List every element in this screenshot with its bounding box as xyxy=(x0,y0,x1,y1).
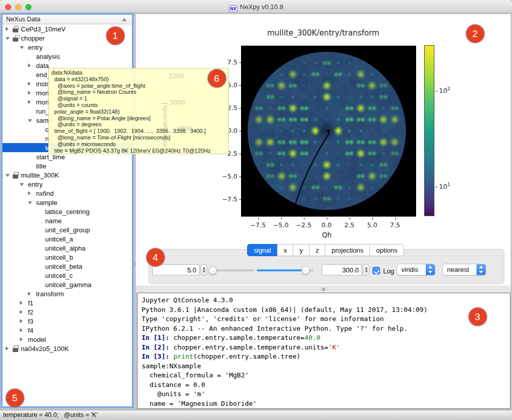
console-line: name = 'Magnesium Diboride' xyxy=(142,399,510,409)
tree-item-f1[interactable]: f1 xyxy=(3,298,132,307)
collapse-arrow-icon[interactable] xyxy=(28,119,32,122)
ghost-plot-label: 2800 xyxy=(177,125,192,132)
expand-arrow-icon[interactable] xyxy=(28,292,31,296)
tab-signal[interactable]: signal xyxy=(247,244,278,256)
tree-item-label: na04v2o5_100K xyxy=(21,345,69,353)
collapse-arrow-icon[interactable] xyxy=(20,46,24,49)
status-text: temperature = 40.0; @units = 'K' xyxy=(3,411,97,418)
tree-item-unitcell_c[interactable]: unitcell_c xyxy=(3,271,132,280)
horizontal-splitter[interactable] xyxy=(136,286,510,293)
y-tick xyxy=(239,154,241,154)
tooltip-line: title = MgB2 PDOS 43.37g 8K 120meV E0@24… xyxy=(51,148,228,154)
nexpy-app-icon: NX xyxy=(229,5,237,12)
annotation-circle-6: 6 xyxy=(208,69,226,87)
tree-item-f4[interactable]: f4 xyxy=(3,326,132,335)
x-tick-label: −7.5 xyxy=(247,221,269,229)
tab-z[interactable]: z xyxy=(309,244,326,256)
tooltip-line: @long_name = Neutron Counts xyxy=(51,89,228,95)
expand-arrow-icon[interactable] xyxy=(6,27,9,31)
plot-tab-bar: signalxyzprojectionsoptions xyxy=(247,244,404,256)
tree-item-nxfind[interactable]: nxfind xyxy=(3,189,132,198)
expand-arrow-icon[interactable] xyxy=(20,337,23,341)
tree-item-entry[interactable]: entry xyxy=(3,180,132,189)
tab-x[interactable]: x xyxy=(277,244,294,256)
ghost-plot-label: 3200 xyxy=(168,73,184,80)
expand-arrow-icon[interactable] xyxy=(6,346,9,351)
y-tick xyxy=(239,199,241,200)
console-line: @units = 'm' xyxy=(142,390,510,399)
expand-arrow-icon[interactable] xyxy=(28,191,31,195)
collapse-arrow-icon[interactable] xyxy=(6,174,10,177)
tree-item-na04v2o5_100K[interactable]: na04v2o5_100K xyxy=(3,344,132,353)
tree-item-label: unitcell_a xyxy=(45,235,73,243)
expand-arrow-icon[interactable] xyxy=(28,91,31,95)
jupyter-qtconsole[interactable]: Jupyter QtConsole 4.3.0Python 3.6.1 |Ana… xyxy=(137,293,510,409)
titlebar: NXNeXpy v0.10.8 xyxy=(0,0,512,13)
window-title-area: NXNeXpy v0.10.8 xyxy=(0,0,512,13)
tree-item-model[interactable]: model xyxy=(3,335,132,344)
collapse-arrow-icon[interactable] xyxy=(6,37,10,40)
collapse-arrow-icon[interactable] xyxy=(20,183,24,186)
log-checkbox[interactable] xyxy=(372,267,380,274)
max-slider-fill xyxy=(257,269,303,271)
expand-arrow-icon[interactable] xyxy=(28,63,31,67)
tree-header[interactable]: NeXus Data xyxy=(3,15,132,24)
sort-ascending-icon[interactable] xyxy=(122,18,127,21)
min-value-field[interactable] xyxy=(152,264,199,275)
tree-item-unit_cell_group[interactable]: unit_cell_group xyxy=(3,225,132,234)
tree-item-sample[interactable]: sample xyxy=(3,198,132,207)
expand-arrow-icon[interactable] xyxy=(28,100,31,104)
interpolation-dropdown[interactable]: nearest xyxy=(442,264,486,275)
tree-item-unitcell_gamma[interactable]: unitcell_gamma xyxy=(3,280,132,289)
expand-arrow-icon[interactable] xyxy=(20,328,23,332)
console-line: In [3]: print(chopper.entry.sample.tree) xyxy=(142,352,510,362)
tree-item-mullite_300K[interactable]: mullite_300K xyxy=(3,170,132,180)
min-value-stepper[interactable] xyxy=(200,264,207,275)
tree-item-lattice_centring[interactable]: lattice_centring xyxy=(3,207,132,216)
tree-item-analysis[interactable]: analysis xyxy=(3,52,132,61)
x-tick-label: −5.0 xyxy=(270,221,292,229)
y-tick-label: 7.5 xyxy=(214,58,237,66)
vertical-splitter-handle[interactable] xyxy=(132,262,136,266)
tree-item-label: name xyxy=(45,217,62,225)
annotation-circle-4: 4 xyxy=(147,249,164,266)
tree-item-unitcell_a[interactable]: unitcell_a xyxy=(3,234,132,243)
expand-arrow-icon[interactable] xyxy=(20,319,23,323)
max-slider-thumb[interactable] xyxy=(301,266,310,274)
tree-item-f2[interactable]: f2 xyxy=(3,307,132,317)
expand-arrow-icon[interactable] xyxy=(28,82,31,86)
tree-item-label: unitcell_c xyxy=(45,272,73,279)
expand-arrow-icon[interactable] xyxy=(20,301,23,305)
x-tick xyxy=(304,218,306,220)
tree-item-unitcell_alpha[interactable]: unitcell_alpha xyxy=(3,243,132,253)
tree-item-name[interactable]: name xyxy=(3,216,132,225)
max-value-field[interactable] xyxy=(322,264,362,275)
tab-projections[interactable]: projections xyxy=(325,244,370,256)
tab-y[interactable]: y xyxy=(293,244,310,256)
collapse-arrow-icon[interactable] xyxy=(28,201,32,204)
tree-item-label: model xyxy=(28,336,46,343)
expand-arrow-icon[interactable] xyxy=(20,310,23,314)
tab-options[interactable]: options xyxy=(369,244,404,256)
tree-item-title[interactable]: title xyxy=(3,161,132,170)
tree-header-label: NeXus Data xyxy=(6,16,40,23)
tree-item-f3[interactable]: f3 xyxy=(3,317,132,326)
tooltip-line: @long_name = Time-of-Flight [microsecond… xyxy=(51,134,228,141)
tree-item-unitcell_beta[interactable]: unitcell_beta xyxy=(3,262,132,271)
min-slider-thumb[interactable] xyxy=(209,266,217,274)
y-tick-label: −5.0 xyxy=(214,172,237,180)
colormap-dropdown[interactable]: viridis xyxy=(397,264,435,275)
max-value-stepper[interactable] xyxy=(363,264,369,275)
tree-item-label: f3 xyxy=(28,318,33,325)
console-line: distance = 0.0 xyxy=(142,380,510,390)
colormap-value: viridis xyxy=(401,266,418,273)
tree-item-unitcell_b[interactable]: unitcell_b xyxy=(3,253,132,262)
tree-item-label: mon xyxy=(36,89,49,97)
tree-item-transform[interactable]: transform xyxy=(3,289,132,298)
splitter-handle[interactable] xyxy=(322,288,325,291)
annotation-circle-2: 2 xyxy=(466,25,484,43)
y-tick xyxy=(239,108,241,109)
annotation-circle-3: 3 xyxy=(469,308,487,326)
tree-item-label: f4 xyxy=(28,327,33,334)
tooltip-line: @axes = polar_angle:time_of_flight xyxy=(51,83,228,89)
